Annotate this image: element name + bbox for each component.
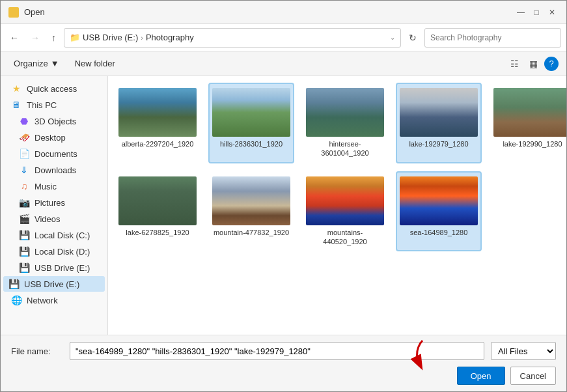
sidebar-label-music: Music: [35, 182, 57, 191]
sidebar-label-documents: Documents: [35, 149, 77, 159]
sidebar-label-3d: 3D Objects: [35, 117, 76, 126]
sidebar-item-videos[interactable]: 🎬 Videos: [3, 211, 105, 227]
sidebar-item-local-d[interactable]: 💾 Local Disk (D:): [3, 244, 105, 259]
sidebar-label-local-d: Local Disk (D:): [35, 247, 90, 257]
sidebar: ★ Quick access 🖥 This PC ⬣ 3D Objects 🛷 …: [1, 76, 108, 335]
sidebar-item-pictures[interactable]: 📷 Pictures: [3, 195, 105, 210]
breadcrumb[interactable]: 📁 USB Drive (E:) › Photography ⌄: [64, 28, 401, 48]
sidebar-item-3d-objects[interactable]: ⬣ 3D Objects: [3, 113, 105, 129]
usb-icon: 💾: [19, 262, 29, 273]
file-name-lake1: lake-192979_1280: [409, 139, 468, 148]
sidebar-item-this-pc[interactable]: 🖥 This PC: [3, 97, 105, 113]
file-name-lake3: lake-6278825_1920: [126, 228, 189, 237]
file-type-select[interactable]: All Files: [491, 342, 556, 360]
open-button[interactable]: Open: [457, 367, 505, 385]
sidebar-item-documents[interactable]: 📄 Documents: [3, 146, 105, 161]
file-thumbnail-sea: [400, 176, 478, 225]
organize-dropdown-icon: ▼: [51, 59, 59, 68]
organize-label: Organize: [14, 59, 48, 68]
file-thumbnail-lake2: [493, 88, 566, 137]
close-button[interactable]: ✕: [546, 6, 559, 19]
usb-active-icon: 💾: [8, 279, 19, 289]
open-dialog: Open — □ ✕ ← → ↑ 📁 USB Drive (E:) › Phot…: [0, 0, 567, 392]
file-item-hills[interactable]: hills-2836301_1920: [208, 83, 294, 163]
sidebar-item-local-c[interactable]: 💾 Local Disk (C:): [3, 227, 105, 243]
pc-icon: 🖥: [11, 100, 21, 110]
sidebar-item-usb-active[interactable]: 💾 USB Drive (E:): [3, 276, 105, 292]
organize-button[interactable]: Organize ▼: [8, 56, 64, 71]
sidebar-item-downloads[interactable]: ⇓ Downloads: [3, 162, 105, 178]
sidebar-item-music[interactable]: ♫ Music: [3, 178, 105, 194]
file-thumbnail-mountains: [306, 176, 384, 225]
pictures-icon: 📷: [19, 197, 29, 208]
breadcrumb-photography: Photography: [146, 33, 194, 42]
new-folder-button[interactable]: New folder: [70, 56, 120, 71]
file-thumbnail-lake1: [400, 88, 478, 137]
address-bar: ← → ↑ 📁 USB Drive (E:) › Photography ⌄ ↻: [1, 24, 566, 51]
breadcrumb-separator: ›: [141, 34, 143, 42]
toolbar-left: Organize ▼ New folder: [8, 56, 120, 71]
star-icon: ★: [11, 83, 21, 94]
file-thumbnail-hintersee: [306, 88, 384, 137]
file-item-lake3[interactable]: lake-6278825_1920: [115, 171, 201, 252]
sidebar-item-quick-access[interactable]: ★ Quick access: [3, 81, 105, 96]
file-name-mountain: mountain-477832_1920: [214, 228, 289, 237]
sidebar-label-quick-access: Quick access: [27, 84, 77, 94]
sidebar-label-usb-active: USB Drive (E:): [24, 279, 79, 289]
sidebar-label-network: Network: [27, 296, 58, 305]
file-name-lake2: lake-192990_1280: [503, 139, 562, 148]
title-bar-left: Open: [8, 7, 45, 18]
folder-icon: [8, 7, 19, 18]
main-content: ★ Quick access 🖥 This PC ⬣ 3D Objects 🛷 …: [1, 76, 566, 335]
file-thumbnail-mountain: [212, 176, 290, 225]
breadcrumb-usb: USB Drive (E:): [83, 33, 138, 42]
file-item-mountain[interactable]: mountain-477832_1920: [208, 171, 294, 252]
videos-icon: 🎬: [19, 214, 29, 224]
help-button[interactable]: ?: [544, 57, 559, 71]
forward-button[interactable]: →: [27, 30, 44, 46]
view-button[interactable]: ☷: [506, 56, 523, 72]
sidebar-item-network[interactable]: 🌐 Network: [3, 292, 105, 308]
refresh-button[interactable]: ↻: [405, 30, 421, 46]
sidebar-item-desktop[interactable]: 🛷 Desktop: [3, 130, 105, 145]
file-item-lake2[interactable]: lake-192990_1280: [490, 83, 566, 163]
up-button[interactable]: ↑: [48, 30, 60, 46]
file-item-lake1[interactable]: lake-192979_1280: [396, 83, 482, 163]
back-button[interactable]: ←: [6, 30, 23, 46]
file-item-sea[interactable]: sea-164989_1280: [396, 171, 482, 252]
title-controls: — □ ✕: [514, 6, 559, 19]
bottom-bar: File name: All Files Open Cancel: [1, 335, 566, 391]
music-icon: ♫: [19, 181, 29, 191]
sidebar-label-videos: Videos: [35, 214, 61, 224]
file-name-label: File name:: [11, 346, 63, 356]
minimize-button[interactable]: —: [514, 6, 527, 19]
file-name-hintersee: hintersee-3601004_1920: [306, 139, 384, 158]
sidebar-item-usb-drive[interactable]: 💾 USB Drive (E:): [3, 260, 105, 275]
file-thumbnail-alberta: [118, 88, 197, 137]
breadcrumb-dropdown-icon: ⌄: [390, 34, 395, 41]
toolbar-right: ☷ ▦ ?: [506, 56, 559, 72]
downloads-icon: ⇓: [19, 165, 29, 175]
file-name-sea: sea-164989_1280: [410, 228, 468, 237]
file-grid: alberta-2297204_1920 hills-2836301_1920 …: [108, 76, 566, 335]
file-thumbnail-hills: [212, 88, 290, 137]
file-item-alberta[interactable]: alberta-2297204_1920: [115, 83, 201, 163]
sidebar-label-this-pc: This PC: [27, 100, 57, 110]
toolbar: Organize ▼ New folder ☷ ▦ ?: [1, 51, 566, 76]
file-name-alberta: alberta-2297204_1920: [122, 139, 194, 148]
sidebar-label-pictures: Pictures: [35, 198, 65, 208]
disk-c-icon: 💾: [19, 230, 29, 240]
pane-button[interactable]: ▦: [525, 56, 542, 72]
arrow-indicator: [409, 337, 442, 375]
cancel-button[interactable]: Cancel: [510, 367, 556, 385]
dialog-title: Open: [24, 7, 45, 17]
red-arrow-svg: [409, 337, 442, 373]
desktop-icon: 🛷: [19, 132, 29, 143]
file-thumbnail-lake3: [118, 176, 197, 225]
file-item-hintersee[interactable]: hintersee-3601004_1920: [302, 83, 388, 163]
file-item-mountains[interactable]: mountains-440520_1920: [302, 171, 388, 252]
search-input[interactable]: [424, 28, 561, 48]
maximize-button[interactable]: □: [530, 6, 543, 19]
sidebar-label-desktop: Desktop: [35, 133, 66, 143]
documents-icon: 📄: [19, 148, 29, 159]
